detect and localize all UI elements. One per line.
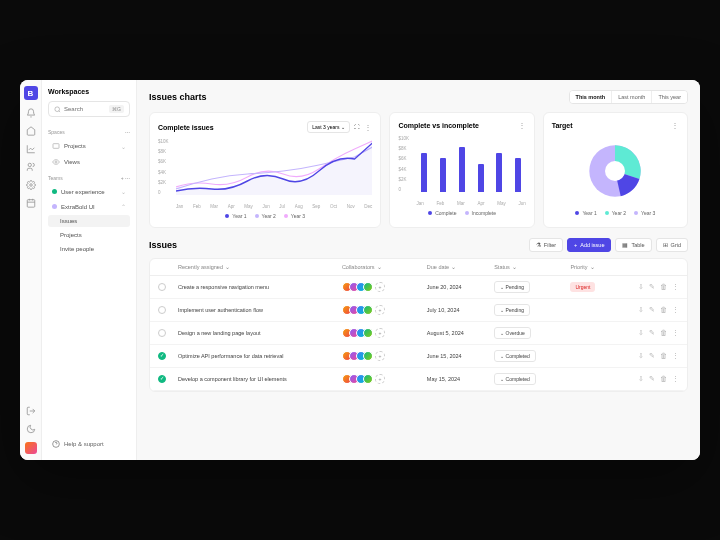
download-icon[interactable]: ⇩ xyxy=(638,352,644,360)
status-select[interactable]: ⌄ Pending xyxy=(494,281,530,293)
download-icon[interactable]: ⇩ xyxy=(638,329,644,337)
due-date: August 5, 2024 xyxy=(427,330,488,336)
delete-icon[interactable]: 🗑 xyxy=(660,283,667,291)
seg-this-year[interactable]: This year xyxy=(652,91,687,103)
calendar-icon[interactable] xyxy=(26,198,36,208)
status-select[interactable]: ⌄ Pending xyxy=(494,304,530,316)
delete-icon[interactable]: 🗑 xyxy=(660,352,667,360)
row-actions: ⇩✎🗑⋮ xyxy=(629,306,679,314)
sidebar-item-extrabold[interactable]: ExtraBold UI ⌃ xyxy=(48,200,130,213)
more-icon[interactable]: ⋮ xyxy=(672,283,679,291)
col-due[interactable]: Due date ⌄ xyxy=(427,264,488,270)
col-status[interactable]: Status ⌄ xyxy=(494,264,564,270)
chevron-up-icon: ⌃ xyxy=(121,203,126,210)
add-collaborator-button[interactable]: + xyxy=(375,351,385,361)
download-icon[interactable]: ⇩ xyxy=(638,375,644,383)
logout-icon[interactable] xyxy=(26,406,36,416)
status-select[interactable]: ⌄ Completed xyxy=(494,350,536,362)
more-icon[interactable]: ⋮ xyxy=(364,123,372,132)
app-window: B Workspaces ⌘G Spaces⋯ Projects ⌄ Views… xyxy=(20,80,700,460)
seg-last-month[interactable]: Last month xyxy=(612,91,652,103)
sidebar-item-issues[interactable]: Issues xyxy=(48,215,130,227)
col-priority[interactable]: Priority ⌄ xyxy=(570,264,623,270)
add-collaborator-button[interactable]: + xyxy=(375,374,385,384)
status-select[interactable]: ⌄ Overdue xyxy=(494,327,531,339)
sidebar-item-ux[interactable]: User experience ⌄ xyxy=(48,185,130,198)
team-dot-icon xyxy=(52,189,57,194)
add-collaborator-button[interactable]: + xyxy=(375,282,385,292)
chart-title: Complete vs incomplete xyxy=(398,122,479,129)
more-icon[interactable]: ⋮ xyxy=(672,375,679,383)
check-icon[interactable] xyxy=(158,306,166,314)
svg-point-0 xyxy=(28,163,31,166)
edit-icon[interactable]: ✎ xyxy=(649,329,655,337)
delete-icon[interactable]: 🗑 xyxy=(660,329,667,337)
edit-icon[interactable]: ✎ xyxy=(649,375,655,383)
row-actions: ⇩✎🗑⋮ xyxy=(629,352,679,360)
users-icon[interactable] xyxy=(26,162,36,172)
expand-icon[interactable]: ⛶ xyxy=(354,124,360,130)
more-icon[interactable]: ⋮ xyxy=(672,352,679,360)
moon-icon[interactable] xyxy=(26,424,36,434)
avatar[interactable] xyxy=(363,328,373,338)
filter-button[interactable]: ⚗Filter xyxy=(529,238,563,252)
search-input[interactable] xyxy=(64,106,106,112)
check-icon[interactable] xyxy=(158,329,166,337)
delete-icon[interactable]: 🗑 xyxy=(660,375,667,383)
y-axis: $10K$8K$6K$4K$2K0 xyxy=(398,136,409,192)
download-icon[interactable]: ⇩ xyxy=(638,306,644,314)
bell-icon[interactable] xyxy=(26,108,36,118)
col-collaborators[interactable]: Collaborators ⌄ xyxy=(342,264,421,270)
add-issue-button[interactable]: + Add issue xyxy=(567,238,611,252)
user-avatar[interactable] xyxy=(25,442,37,454)
grid-icon: ⊞ xyxy=(663,242,668,248)
sidebar-item-projects[interactable]: Projects ⌄ xyxy=(48,139,130,153)
table-row[interactable]: Design a new landing page layout + Augus… xyxy=(150,322,687,345)
table-row[interactable]: Create a responsive navigation menu + Ju… xyxy=(150,276,687,299)
search-bar[interactable]: ⌘G xyxy=(48,101,130,117)
more-icon[interactable]: ⋮ xyxy=(518,121,526,130)
add-collaborator-button[interactable]: + xyxy=(375,328,385,338)
grid-view-button[interactable]: ⊞Grid xyxy=(656,238,688,252)
sidebar-item-team-projects[interactable]: Projects xyxy=(48,229,130,241)
check-icon[interactable] xyxy=(158,352,166,360)
table-view-button[interactable]: ▦Table xyxy=(615,238,651,252)
check-icon[interactable] xyxy=(158,283,166,291)
status-select[interactable]: ⌄ Completed xyxy=(494,373,536,385)
more-icon[interactable]: ⋮ xyxy=(672,306,679,314)
period-selector[interactable]: Last 3 years ⌄ xyxy=(307,121,350,133)
home-icon[interactable] xyxy=(26,126,36,136)
table-row[interactable]: Implement user authentication flow + Jul… xyxy=(150,299,687,322)
chevron-down-icon: ⌄ xyxy=(341,124,345,130)
col-assigned[interactable]: Recently assigned ⌄ xyxy=(178,264,336,270)
sidebar-item-invite[interactable]: Invite people xyxy=(48,243,130,255)
chart-complete-issues: Complete issues Last 3 years ⌄ ⛶ ⋮ $10K$… xyxy=(149,112,381,228)
more-icon[interactable]: ⋮ xyxy=(671,121,679,130)
avatar[interactable] xyxy=(363,282,373,292)
more-icon[interactable]: ⋮ xyxy=(672,329,679,337)
chart-legend: Year 1 Year 2 Year 3 xyxy=(552,210,679,216)
check-icon[interactable] xyxy=(158,375,166,383)
sort-icon: ⌄ xyxy=(512,264,517,270)
chart-icon[interactable] xyxy=(26,144,36,154)
avatar[interactable] xyxy=(363,351,373,361)
edit-icon[interactable]: ✎ xyxy=(649,352,655,360)
section-spaces: Spaces⋯ xyxy=(48,129,130,135)
table-row[interactable]: Develop a component library for UI eleme… xyxy=(150,368,687,391)
help-support[interactable]: Help & support xyxy=(48,436,130,452)
avatar[interactable] xyxy=(363,305,373,315)
chart-target: Target ⋮ Year 1 Year 2 Year 3 xyxy=(543,112,688,228)
table-row[interactable]: Optimize API performance for data retrie… xyxy=(150,345,687,368)
seg-this-month[interactable]: This month xyxy=(570,91,613,103)
edit-icon[interactable]: ✎ xyxy=(649,306,655,314)
gear-icon[interactable] xyxy=(26,180,36,190)
issues-table: Recently assigned ⌄ Collaborators ⌄ Due … xyxy=(149,258,688,392)
download-icon[interactable]: ⇩ xyxy=(638,283,644,291)
edit-icon[interactable]: ✎ xyxy=(649,283,655,291)
logo[interactable]: B xyxy=(24,86,38,100)
avatar[interactable] xyxy=(363,374,373,384)
add-collaborator-button[interactable]: + xyxy=(375,305,385,315)
delete-icon[interactable]: 🗑 xyxy=(660,306,667,314)
sort-icon: ⌄ xyxy=(590,264,595,270)
sidebar-item-views[interactable]: Views xyxy=(48,155,130,169)
